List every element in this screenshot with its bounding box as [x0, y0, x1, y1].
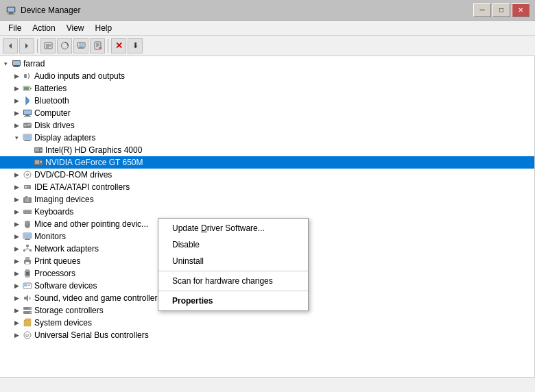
toolbar-uninstall[interactable]: ✕ — [111, 38, 126, 53]
menu-help[interactable]: Help — [90, 22, 118, 34]
svg-rect-24 — [14, 66, 19, 66]
ctx-uninstall[interactable]: Uninstall — [158, 253, 308, 269]
svg-marker-4 — [9, 43, 12, 49]
svg-rect-63 — [26, 210, 27, 211]
tree-item-disk[interactable]: ▶ Disk drives — [0, 119, 534, 132]
disk-icon — [22, 120, 33, 131]
audio-label: Audio inputs and outputs — [34, 71, 125, 81]
tree-item-computer[interactable]: ▶ Computer — [0, 107, 534, 119]
ctx-disable-label: Disable — [172, 240, 200, 249]
svg-marker-99 — [24, 295, 28, 302]
main-area: ▾ farrad ▶ Audio i — [0, 56, 535, 377]
svg-rect-45 — [40, 150, 42, 151]
svg-rect-75 — [25, 239, 30, 240]
ctx-update[interactable]: Update Driver Software... — [158, 220, 308, 236]
tree-item-display[interactable]: ▾ Display adapters — [0, 132, 534, 144]
ctx-scan[interactable]: Scan for hardware changes — [158, 273, 308, 289]
svg-rect-14 — [80, 47, 83, 48]
minimize-button[interactable]: ─ — [473, 3, 491, 17]
tree-item-audio[interactable]: ▶ Audio inputs and outputs — [0, 70, 534, 82]
toolbar-properties[interactable] — [40, 38, 56, 53]
storage-icon — [22, 305, 33, 316]
close-button[interactable]: ✕ — [512, 3, 530, 17]
tree-item-keyboards[interactable]: ▶ Keyboards — [0, 206, 534, 218]
disk-label: Disk drives — [34, 121, 75, 130]
toolbar-device-mgr[interactable] — [73, 38, 88, 53]
tree-item-intel[interactable]: ▶ Intel(R) HD Graphics 4000 — [0, 144, 534, 156]
ide-icon — [22, 182, 33, 193]
menu-action[interactable]: Action — [27, 22, 60, 34]
svg-rect-62 — [24, 210, 25, 211]
svg-rect-74 — [26, 238, 29, 239]
svg-rect-1 — [9, 12, 13, 14]
mice-label: Mice and other pointing devic... — [34, 219, 148, 229]
svg-rect-48 — [40, 161, 42, 162]
storage-label: Storage controllers — [34, 306, 104, 315]
menu-view[interactable]: View — [61, 22, 90, 34]
nvidia-label: NVIDIA GeForce GT 650M — [45, 158, 143, 167]
processors-label: Processors — [34, 269, 75, 278]
svg-rect-77 — [23, 249, 25, 252]
network-icon — [22, 243, 33, 254]
svg-point-102 — [29, 308, 31, 309]
title-bar-controls: ─ □ ✕ — [473, 3, 530, 17]
camera-icon — [22, 194, 33, 205]
menu-file[interactable]: File — [3, 22, 27, 34]
svg-rect-43 — [35, 148, 39, 151]
svg-point-59 — [27, 199, 28, 201]
svg-rect-33 — [24, 116, 31, 117]
title-bar: Device Manager ─ □ ✕ — [0, 0, 535, 21]
maximize-button[interactable]: □ — [492, 3, 510, 17]
system-label: System devices — [34, 318, 92, 328]
menu-bar: File Action View Help — [0, 21, 535, 36]
svg-rect-73 — [24, 234, 31, 238]
svg-rect-3 — [8, 8, 14, 12]
ctx-scan-label: Scan for hardware changes — [172, 276, 273, 286]
svg-point-52 — [27, 175, 28, 175]
tree-item-batteries[interactable]: ▶ Batteries — [0, 82, 534, 95]
svg-rect-31 — [24, 110, 31, 114]
svg-rect-88 — [26, 272, 29, 275]
toolbar-back[interactable] — [3, 38, 18, 53]
toolbar-highlight[interactable]: ! — [90, 38, 105, 53]
ctx-properties[interactable]: Properties — [158, 293, 308, 309]
svg-rect-76 — [26, 245, 29, 247]
svg-rect-40 — [25, 140, 29, 140]
svg-rect-65 — [30, 210, 31, 211]
svg-rect-15 — [78, 48, 84, 49]
svg-point-35 — [25, 125, 27, 127]
svg-rect-83 — [25, 257, 29, 260]
svg-rect-26 — [24, 74, 27, 78]
tree-view[interactable]: ▾ farrad ▶ Audio i — [0, 56, 535, 377]
tree-item-system[interactable]: ▶ System devices — [0, 317, 534, 329]
ctx-separator2 — [158, 291, 308, 291]
display-label: Display adapters — [34, 133, 95, 143]
svg-rect-67 — [26, 212, 29, 212]
svg-rect-49 — [40, 162, 42, 163]
toolbar-forward[interactable] — [19, 38, 34, 53]
tree-item-nvidia[interactable]: ▶ NVIDIA GeForce GT 650M — [0, 156, 534, 169]
tree-item-dvd[interactable]: ▶ DVD/CD-ROM drives — [0, 169, 534, 181]
svg-rect-55 — [27, 186, 30, 187]
svg-rect-78 — [29, 249, 32, 252]
svg-rect-23 — [13, 61, 20, 65]
ctx-disable[interactable]: Disable — [158, 236, 308, 253]
nvidia-icon — [33, 157, 44, 168]
toolbar-scan[interactable] — [57, 38, 72, 53]
tree-item-imaging[interactable]: ▶ Imaging devices — [0, 193, 534, 206]
title-bar-title: Device Manager — [21, 5, 473, 15]
intel-label: Intel(R) HD Graphics 4000 — [45, 145, 142, 155]
tree-item-ide[interactable]: ▶ IDE ATA/ATAPI controllers — [0, 181, 534, 193]
keyboards-label: Keyboards — [34, 207, 73, 217]
tree-root[interactable]: ▾ farrad — [0, 58, 534, 70]
svg-rect-36 — [27, 124, 31, 125]
print-label: Print queues — [34, 256, 80, 266]
svg-text:U: U — [25, 333, 29, 338]
tree-item-usb[interactable]: ▶ U Universal Serial Bus controllers — [0, 329, 534, 341]
monitor-icon — [22, 231, 33, 242]
tree-item-bluetooth[interactable]: ▶ Bluetooth — [0, 95, 534, 107]
display-icon — [22, 132, 33, 143]
svg-rect-37 — [27, 125, 29, 126]
toolbar-update-driver[interactable]: ⬇ — [128, 38, 143, 53]
svg-point-103 — [29, 312, 31, 313]
